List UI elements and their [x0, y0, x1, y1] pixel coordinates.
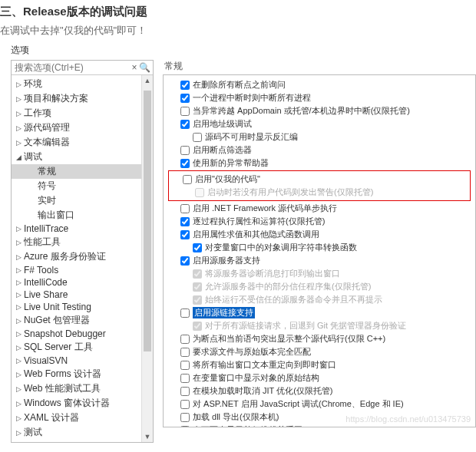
scroll-down-icon[interactable]: ▼ [142, 433, 153, 440]
option-row[interactable]: 启用 .NET Framework 源代码单步执行 [168, 202, 471, 215]
option-row[interactable]: 自下而上显示并行堆栈关系图 [168, 424, 471, 427]
tree-item[interactable]: ▷源代码管理 [12, 120, 141, 135]
tree-item[interactable]: ▷XAML 设计器 [12, 411, 141, 425]
option-checkbox[interactable] [180, 159, 190, 168]
option-row[interactable]: 一个进程中断时则中断所有进程 [168, 91, 471, 104]
option-checkbox[interactable] [180, 204, 190, 213]
option-checkbox[interactable] [180, 361, 190, 370]
tree-item[interactable]: ▷Live Unit Testing [12, 301, 141, 313]
tree-label: 源代码管理 [22, 121, 70, 134]
tree-item[interactable]: ▷Azure 服务身份验证 [12, 249, 141, 264]
option-row[interactable]: 启用源链接支持 [168, 306, 471, 319]
caret-icon: ▷ [15, 225, 22, 233]
option-checkbox[interactable] [180, 146, 190, 155]
option-checkbox[interactable] [180, 413, 190, 422]
option-checkbox[interactable] [180, 256, 190, 266]
option-row[interactable]: 将所有输出窗口文本重定向到即时窗口 [168, 358, 471, 371]
search-input[interactable] [15, 62, 130, 73]
tree-label: 常规 [36, 165, 56, 178]
tree-item[interactable]: ▷跨平台 [12, 440, 141, 442]
tree-item[interactable]: 实时 [12, 193, 141, 208]
option-checkbox[interactable] [180, 374, 190, 383]
option-checkbox[interactable] [193, 133, 202, 142]
option-label: 将源服务器诊断消息打印到输出窗口 [205, 268, 340, 279]
tree-item[interactable]: ▷工作项 [12, 106, 141, 120]
option-row[interactable]: 启用属性求值和其他隐式函数调用 [168, 228, 471, 241]
option-label: 为断点和当前语句突出显示整个源代码行(仅限 C++) [193, 333, 385, 345]
option-checkbox [193, 282, 202, 292]
option-checkbox[interactable] [193, 243, 202, 252]
option-row[interactable]: 在模块加载时取消 JIT 优化(仅限托管) [168, 384, 471, 398]
option-checkbox[interactable] [180, 217, 190, 226]
option-row[interactable]: 启用"仅我的代码" [170, 173, 468, 186]
option-row[interactable]: 使用新的异常帮助器 [168, 157, 471, 170]
option-checkbox[interactable] [183, 175, 192, 184]
option-label: 自下而上显示并行堆栈关系图 [193, 424, 302, 427]
tree-item[interactable]: ▷IntelliTrace [12, 223, 141, 235]
caret-icon: ▷ [15, 429, 22, 437]
option-checkbox[interactable] [180, 120, 190, 129]
scroll-thumb[interactable] [144, 91, 151, 351]
option-row[interactable]: 对变量窗口中的对象调用字符串转换函数 [168, 241, 471, 254]
option-row[interactable]: 逐过程执行属性和运算符(仅限托管) [168, 215, 471, 228]
scroll-up-icon[interactable]: ▲ [142, 77, 153, 84]
tree-item[interactable]: ▷Web 性能测试工具 [12, 381, 141, 396]
caret-icon: ▷ [15, 279, 22, 286]
category-tree[interactable]: ▷环境▷项目和解决方案▷工作项▷源代码管理▷文本编辑器◢调试常规符号实时输出窗口… [12, 75, 141, 442]
tree-item[interactable]: 输出窗口 [12, 208, 141, 223]
tree-item[interactable]: ▷F# Tools [12, 264, 141, 276]
tree-item[interactable]: 常规 [12, 164, 141, 179]
option-row: 将源服务器诊断消息打印到输出窗口 [168, 267, 471, 280]
tree-item[interactable]: ▷项目和解决方案 [12, 91, 141, 106]
tree-item[interactable]: ▷测试 [12, 425, 141, 440]
option-checkbox[interactable] [180, 348, 190, 357]
tree-item[interactable]: ▷NuGet 包管理器 [12, 313, 141, 328]
option-label: 当异常跨越 AppDomain 或托管/本机边界时中断(仅限托管) [193, 105, 410, 117]
option-row[interactable]: 为断点和当前语句突出显示整个源代码行(仅限 C++) [168, 332, 471, 345]
option-checkbox[interactable] [180, 335, 190, 344]
search-box[interactable]: × 🔍 [12, 61, 153, 75]
caret-icon: ▷ [15, 239, 22, 246]
option-row[interactable]: 要求源文件与原始版本完全匹配 [168, 345, 471, 358]
option-label: 加载 dll 导出(仅限本机) [193, 411, 279, 423]
tree-item[interactable]: ▷SQL Server 工具 [12, 340, 141, 355]
clear-icon[interactable]: × [130, 62, 139, 73]
option-row[interactable]: 启用地址级调试 [168, 117, 471, 130]
option-row[interactable]: 对 ASP.NET 启用 JavaScript 调试(Chrome、Edge 和… [168, 398, 471, 411]
option-checkbox[interactable] [180, 426, 190, 428]
tree-item[interactable]: ▷环境 [12, 77, 141, 91]
option-row[interactable]: 在变量窗口中显示对象的原始结构 [168, 371, 471, 384]
option-label: 启用属性求值和其他隐式函数调用 [193, 229, 319, 240]
option-checkbox[interactable] [180, 107, 190, 116]
option-row[interactable]: 在删除所有断点之前询问 [168, 78, 471, 91]
tree-item[interactable]: ◢调试 [12, 150, 141, 164]
tree-label: 性能工具 [22, 236, 61, 249]
option-checkbox [193, 322, 202, 331]
option-checkbox[interactable] [180, 308, 190, 318]
tree-item[interactable]: ▷性能工具 [12, 235, 141, 249]
option-row[interactable]: 启用断点筛选器 [168, 144, 471, 157]
tree-item[interactable]: ▷VisualSVN [12, 355, 141, 367]
tree-label: Web Forms 设计器 [22, 368, 101, 381]
tree-item[interactable]: 符号 [12, 179, 141, 193]
tree-item[interactable]: ▷Snapshot Debugger [12, 328, 141, 340]
option-checkbox[interactable] [180, 81, 190, 90]
option-checkbox[interactable] [180, 230, 190, 239]
caret-icon: ▷ [15, 357, 22, 365]
option-checkbox[interactable] [180, 94, 190, 103]
tree-item[interactable]: ▷Windows 窗体设计器 [12, 396, 141, 411]
option-checkbox[interactable] [180, 400, 190, 409]
tree-item[interactable]: ▷Web Forms 设计器 [12, 367, 141, 381]
option-checkbox[interactable] [180, 387, 190, 396]
option-row[interactable]: 当异常跨越 AppDomain 或托管/本机边界时中断(仅限托管) [168, 104, 471, 117]
option-row[interactable]: 启用源服务器支持 [168, 254, 471, 267]
tree-label: 文本编辑器 [22, 136, 70, 149]
tree-item[interactable]: ▷文本编辑器 [12, 135, 141, 150]
tree-scrollbar[interactable]: ▲ ▼ [141, 75, 153, 442]
tree-item[interactable]: ▷Live Share [12, 289, 141, 301]
tree-label: Windows 窗体设计器 [22, 397, 110, 410]
search-icon[interactable]: 🔍 [139, 62, 150, 73]
option-row[interactable]: 源码不可用时显示反汇编 [168, 130, 471, 144]
tree-label: Live Unit Testing [22, 302, 91, 312]
tree-item[interactable]: ▷IntelliCode [12, 276, 141, 289]
